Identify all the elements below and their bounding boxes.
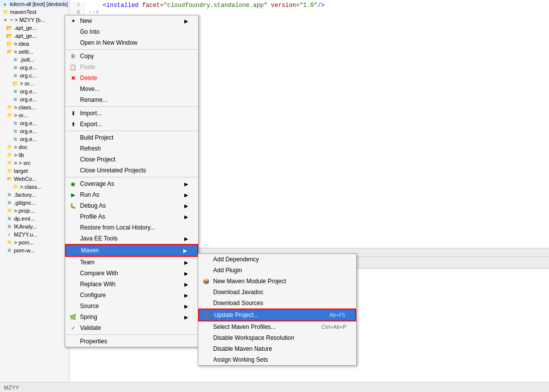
- tree-item-apt1[interactable]: 📂 .apt_ge...: [0, 24, 69, 32]
- xml-icon: 🗎: [6, 215, 13, 222]
- menu-configure[interactable]: Configure ▶: [65, 290, 198, 301]
- xml-icon: 🗎: [12, 88, 19, 95]
- menu-new[interactable]: ✦ New ▶: [65, 15, 198, 26]
- submenu-download-sources[interactable]: Download Sources: [198, 298, 356, 309]
- menu-spring[interactable]: 🌿 Spring ▶: [65, 312, 198, 322]
- import-icon: ⬇: [69, 109, 77, 117]
- tree-item-orge2[interactable]: 🗎 org.e...: [0, 87, 69, 95]
- separator-4: [65, 177, 198, 177]
- menu-maven[interactable]: Maven ▶: [65, 244, 198, 257]
- tree-item-orge4[interactable]: 🗎 org.e...: [0, 119, 69, 127]
- tree-item-mzyyu[interactable]: ✓ MZYY.u...: [0, 231, 69, 238]
- submenu-arrow: ▶: [184, 18, 188, 24]
- menu-refresh[interactable]: Refresh: [65, 143, 198, 154]
- tree-item-idea[interactable]: 📁 >.idea: [0, 40, 69, 48]
- xml-icon: 🗎: [12, 136, 19, 143]
- submenu-new-maven-module[interactable]: 📦 New Maven Module Project: [198, 276, 356, 287]
- menu-copy[interactable]: ⎘ Copy: [65, 51, 198, 62]
- tree-item-orge5[interactable]: 🗎 org.e...: [0, 127, 69, 135]
- tree-item-webco[interactable]: 📂 WebCo...: [0, 175, 69, 183]
- xml-icon: 🗎: [12, 128, 19, 135]
- menu-rename[interactable]: Rename...: [65, 94, 198, 105]
- menu-javaee-tools[interactable]: Java EE Tools ▶: [65, 233, 198, 244]
- submenu-update-project[interactable]: ⚙ Update Project... Alt+F5: [198, 309, 356, 321]
- xml-icon: 🗎: [6, 191, 13, 198]
- validate-icon: ✓: [69, 324, 77, 332]
- menu-close-project[interactable]: Close Project: [65, 154, 198, 165]
- code-line-7: 7 <installed facet="cloudfoundry.standal…: [70, 2, 549, 9]
- folder-icon: 📁: [6, 152, 13, 158]
- tree-item-kdecm[interactable]: ▸ kdecm-all [boot] [devtools] [kdecm-a: [0, 0, 69, 8]
- project-icon: ▸: [2, 0, 9, 7]
- tree-item-or[interactable]: 📁 > or...: [0, 79, 69, 87]
- menu-compare-with[interactable]: Compare With ▶: [65, 268, 198, 279]
- submenu-disable-workspace[interactable]: Disable Workspace Resolution: [198, 332, 356, 343]
- menu-move[interactable]: Move...: [65, 83, 198, 94]
- tree-item-apt2[interactable]: 📂 .apt_ge...: [0, 32, 69, 40]
- menu-run-as[interactable]: ▶ Run As ▶: [65, 189, 198, 200]
- separator-2: [65, 106, 198, 107]
- export-icon: ⬆: [69, 120, 77, 128]
- project-explorer: ▸ kdecm-all [boot] [devtools] [kdecm-a 📁…: [0, 0, 70, 392]
- folder-icon: 📁: [6, 159, 13, 166]
- folder-icon: 📁: [6, 104, 13, 111]
- submenu-add-dependency[interactable]: Add Dependency: [198, 254, 356, 265]
- tree-item-orge3[interactable]: 🗎 org.e...: [0, 95, 69, 103]
- xml-icon: 🗎: [6, 247, 13, 254]
- menu-team[interactable]: Team ▶: [65, 257, 198, 268]
- tree-item-maventest[interactable]: 📁 mavenTest: [0, 8, 69, 16]
- menu-replace-with[interactable]: Replace With ▶: [65, 279, 198, 290]
- submenu-select-profiles[interactable]: Select Maven Profiles... Ctrl+Alt+P: [198, 321, 356, 332]
- submenu-arrow: ▶: [184, 214, 188, 220]
- tree-item-ikana[interactable]: 🗎 IKAnaly...: [0, 223, 69, 231]
- tree-item-jsdt[interactable]: 🗎 .jsdt...: [0, 56, 69, 64]
- run-icon: ▶: [69, 191, 77, 199]
- menu-go-into[interactable]: Go Into: [65, 26, 198, 37]
- menu-delete[interactable]: ✖ Delete: [65, 73, 198, 83]
- tree-item-gitignore[interactable]: 🗎 .gitignc...: [0, 199, 69, 207]
- menu-paste[interactable]: 📋 Paste: [65, 62, 198, 73]
- folder-icon: 📁: [6, 207, 13, 214]
- tree-item-orge1[interactable]: 🗎 org.e...: [0, 64, 69, 72]
- submenu-assign-working-sets[interactable]: Assign Working Sets: [198, 354, 356, 365]
- new-icon: ✦: [69, 17, 77, 25]
- menu-source[interactable]: Source ▶: [65, 301, 198, 312]
- menu-open-new-window[interactable]: Open in New Window: [65, 37, 198, 48]
- tree-item-proj[interactable]: 📁 >.projc...: [0, 207, 69, 215]
- delete-icon: ✖: [69, 74, 77, 82]
- menu-debug-as[interactable]: 🐛 Debug As ▶: [65, 200, 198, 211]
- tree-item-or2[interactable]: 📁 > or...: [0, 111, 69, 119]
- tree-item-class2[interactable]: 📁 >.class...: [0, 183, 69, 191]
- submenu-add-plugin[interactable]: Add Plugin: [198, 265, 356, 276]
- submenu-disable-maven-nature[interactable]: Disable Maven Nature: [198, 343, 356, 354]
- tree-item-pomw[interactable]: 🗎 pom-w...: [0, 246, 69, 254]
- tree-item-mzyy[interactable]: ▾ ~ > MZYY [b...: [0, 16, 69, 24]
- coverage-icon: ◉: [69, 180, 77, 188]
- tree-item-src[interactable]: 📁 > > src: [0, 159, 69, 167]
- tree-item-doc[interactable]: 📁 > doc: [0, 143, 69, 151]
- tree-item-pom-dir[interactable]: 📁 > pom...: [0, 238, 69, 246]
- tree-item-settings[interactable]: 📂 >.setti...: [0, 48, 69, 56]
- status-label: MZYY: [4, 385, 19, 391]
- tree-item-target[interactable]: 📁 target: [0, 167, 69, 175]
- spring-icon: 🌿: [69, 313, 77, 321]
- menu-export[interactable]: ⬆ Export...: [65, 119, 198, 130]
- menu-close-unrelated[interactable]: Close Unrelated Projects: [65, 165, 198, 176]
- folder-icon: 📁: [6, 167, 13, 174]
- tree-item-factory[interactable]: 🗎 .factory...: [0, 191, 69, 199]
- tree-item-lib[interactable]: 📁 > lib: [0, 151, 69, 159]
- menu-restore-history[interactable]: Restore from Local History...: [65, 222, 198, 233]
- submenu-download-javadoc[interactable]: Download Javadoc: [198, 287, 356, 298]
- folder-icon: 📁: [6, 40, 13, 47]
- separator-3: [65, 131, 198, 131]
- tree-item-dpeml[interactable]: 🗎 dp.eml...: [0, 215, 69, 223]
- menu-coverage-as[interactable]: ◉ Coverage As ▶: [65, 178, 198, 189]
- menu-validate[interactable]: ✓ Validate: [65, 322, 198, 333]
- menu-profile-as[interactable]: Profile As ▶: [65, 211, 198, 222]
- tree-item-orgc[interactable]: 🗎 org.c...: [0, 72, 69, 79]
- tree-item-orge6[interactable]: 🗎 org.e...: [0, 135, 69, 143]
- menu-build-project[interactable]: Build Project: [65, 132, 198, 143]
- tree-item-classpath[interactable]: 📁 >.class...: [0, 103, 69, 111]
- menu-properties[interactable]: Properties: [65, 336, 198, 347]
- menu-import[interactable]: ⬇ Import...: [65, 108, 198, 119]
